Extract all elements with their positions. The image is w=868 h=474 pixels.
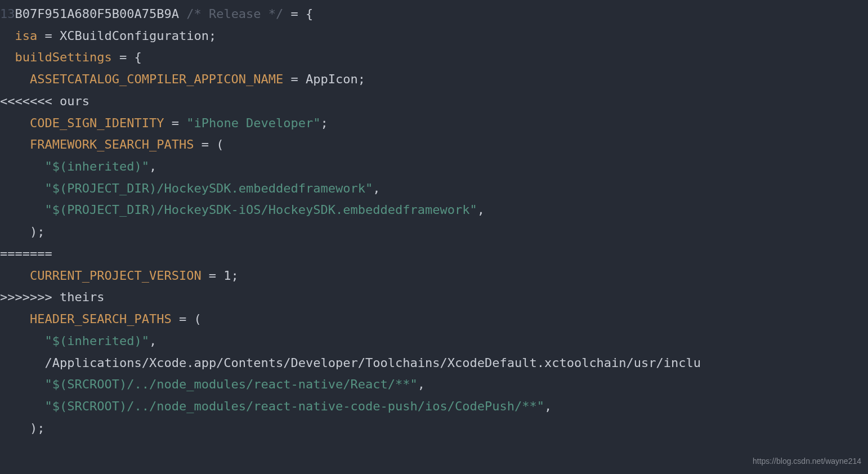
watermark: https://blog.csdn.net/wayne214	[753, 454, 861, 468]
xcode-path: /Applications/Xcode.app/Contents/Develop…	[44, 356, 701, 370]
framework-search-key: FRAMEWORK_SEARCH_PATHS	[30, 137, 194, 151]
code-sign-key: CODE_SIGN_IDENTITY	[30, 116, 164, 130]
build-settings-key: buildSettings	[15, 50, 112, 64]
current-project-version-key: CURRENT_PROJECT_VERSION	[30, 269, 202, 283]
asset-catalog-key: ASSETCATALOG_COMPILER_APPICON_NAME	[30, 72, 283, 86]
comment: /* Release */	[186, 7, 283, 21]
isa-key: isa	[15, 29, 38, 43]
hex-identifier: B07F951A680F5B00A75B9A	[15, 7, 179, 21]
conflict-marker-theirs: >>>>>>> theirs	[0, 290, 104, 304]
conflict-marker-sep: =======	[0, 247, 52, 261]
header-search-key: HEADER_SEARCH_PATHS	[30, 312, 172, 326]
conflict-marker-ours: <<<<<<< ours	[0, 94, 90, 108]
code-block: 13B07F951A680F5B00A75B9A /* Release */ =…	[0, 0, 868, 439]
line-number: 13	[0, 7, 15, 21]
